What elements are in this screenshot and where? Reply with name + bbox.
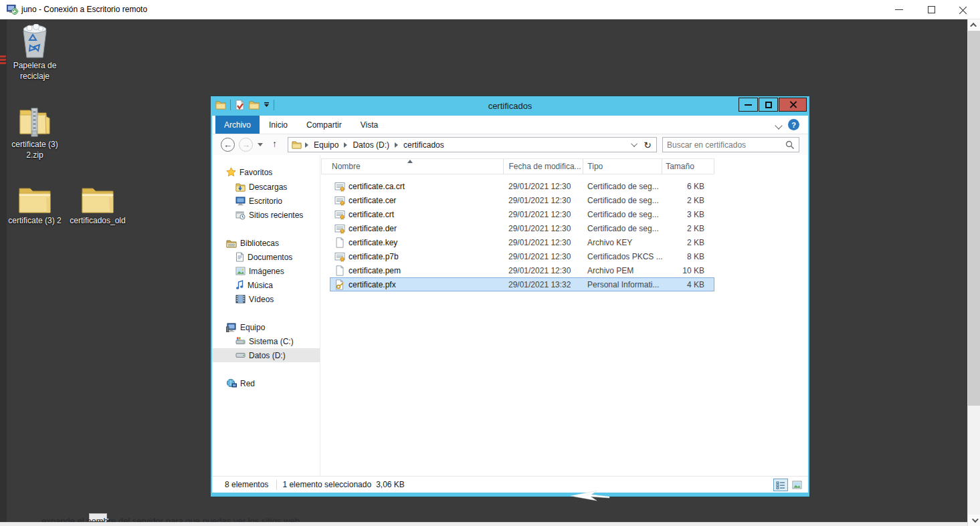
history-dropdown-icon[interactable] [258,143,263,146]
tab-vista[interactable]: Vista [351,116,387,134]
status-selection-size: 3,06 KB [376,480,405,489]
search-input[interactable] [663,138,781,152]
breadcrumb-datos-d[interactable]: Datos (D:) [349,140,393,150]
sidebar-item-sistema-c[interactable]: Sistema (C:) [212,334,320,348]
file-row-selected[interactable]: certificate.pfx 29/01/2021 13:32 Persona… [330,277,714,291]
vertical-scrollbar-thumb[interactable] [968,31,980,406]
background-window-edge [0,19,7,522]
scroll-up-button[interactable] [968,19,980,31]
pfx-certificate-file-icon [334,279,345,290]
rdp-horizontal-scrollbar[interactable] [0,522,967,526]
certificate-file-icon [334,181,345,192]
up-button[interactable]: ↑ [272,138,277,149]
explorer-maximize-button[interactable] [759,98,778,112]
rdp-maximize-button[interactable] [921,2,941,18]
libraries-icon [226,239,237,248]
address-bar[interactable]: Equipo Datos (D:) certificados ↻ [288,137,657,152]
system-drive-icon [235,337,246,346]
file-date: 29/01/2021 13:32 [504,280,584,289]
quick-access-toolbar [215,100,274,110]
file-list: certificate.ca.crt 29/01/2021 12:30 Cert… [330,179,714,291]
rdp-minimize-button[interactable] [889,2,909,18]
sidebar-item-descargas[interactable]: Descargas [212,180,320,194]
column-header-tamano[interactable]: Tamaño [662,159,714,174]
column-header-tipo[interactable]: Tipo [583,159,662,174]
certificate-file-icon [334,251,345,262]
sidebar-item-videos[interactable]: Vídeos [212,292,320,306]
file-size: 8 KB [663,252,710,261]
file-size: 10 KB [663,266,710,275]
tab-compartir[interactable]: Compartir [297,116,351,134]
address-dropdown-icon[interactable] [631,140,638,147]
status-selection: 1 elemento seleccionado [282,480,371,489]
sidebar-item-imagenes[interactable]: Imágenes [212,264,320,278]
new-folder-icon[interactable] [249,100,260,110]
file-row[interactable]: certificate.pem 29/01/2021 12:30 Archivo… [330,263,714,277]
chevron-up-icon [970,23,977,29]
music-note-icon [235,280,244,290]
file-name: certificate.p7b [349,252,399,261]
desktop-icon-recycle-bin[interactable]: Papelera de reciclaje [3,24,67,82]
scroll-down-button[interactable] [968,515,980,526]
desktop-icon-folder-certificate[interactable]: certificate (3) 2 [1,186,68,227]
forward-button[interactable]: → [239,138,253,152]
explorer-window-title: certificados [211,96,809,116]
explorer-close-button[interactable] [779,98,807,112]
file-type: Personal Informati... [584,280,663,289]
file-date: 29/01/2021 12:30 [504,238,584,247]
thumbnails-view-icon [792,481,802,489]
sidebar-item-musica[interactable]: Música [212,278,320,292]
file-date: 29/01/2021 12:30 [504,210,584,219]
breadcrumb-equipo[interactable]: Equipo [310,140,342,150]
help-button[interactable]: ? [788,119,799,130]
pictures-icon [235,267,246,275]
details-view-button[interactable] [773,479,788,491]
file-row[interactable]: certificate.der 29/01/2021 12:30 Certifi… [330,221,714,235]
toolbar-separator [230,100,231,110]
toolbar-separator [274,100,274,110]
sidebar-item-red[interactable]: Red [212,376,320,390]
rdp-close-button[interactable] [953,2,973,18]
breadcrumb-separator-icon [395,142,398,148]
sidebar-item-bibliotecas[interactable]: Bibliotecas [212,236,320,250]
ribbon-collapse-icon[interactable] [775,122,782,129]
refresh-icon[interactable]: ↻ [644,140,652,150]
sidebar-item-favoritos[interactable]: Favoritos [212,165,320,179]
tab-inicio[interactable]: Inicio [260,116,297,134]
explorer-titlebar: certificados [211,96,809,116]
recent-places-icon [235,211,246,220]
sidebar-item-documentos[interactable]: Documentos [212,250,320,264]
explorer-window: certificados [211,96,809,497]
search-box[interactable] [662,137,799,152]
sidebar-item-escritorio[interactable]: Escritorio [212,194,320,208]
properties-check-icon[interactable] [235,100,245,110]
column-header-fecha[interactable]: Fecha de modifica... [504,159,584,174]
sidebar-item-datos-d[interactable]: Datos (D:) [212,348,320,362]
sidebar-item-sitios-recientes[interactable]: Sitios recientes [212,208,320,222]
desktop-icon-zip[interactable]: certificate (3) 2.zip [3,107,67,160]
rdp-vertical-scrollbar[interactable] [967,19,980,526]
file-row[interactable]: certificate.p7b 29/01/2021 12:30 Certifi… [330,249,714,263]
desktop-icon-folder-certificados-old[interactable]: certificados_old [64,186,131,227]
search-icon[interactable] [785,140,795,152]
file-row[interactable]: certificate.ca.crt 29/01/2021 12:30 Cert… [330,179,714,193]
file-row[interactable]: certificate.crt 29/01/2021 12:30 Certifi… [330,207,714,221]
tab-archivo[interactable]: Archivo [215,116,260,134]
file-row[interactable]: certificate.cer 29/01/2021 12:30 Certifi… [330,193,714,207]
explorer-minimize-button[interactable] [739,98,758,112]
explorer-folder-icon[interactable] [215,100,226,110]
ribbon-tabs: Archivo Inicio Compartir Vista ? [212,116,808,134]
file-row[interactable]: certificate.key 29/01/2021 12:30 Archivo… [330,235,714,249]
qat-dropdown-icon[interactable] [264,102,270,108]
sort-ascending-icon[interactable] [407,160,413,163]
address-folder-icon [292,140,302,149]
desktop-icon-label: certificate (3) 2 [1,216,68,227]
file-name: certificate.pem [349,266,401,275]
thumbnails-view-button[interactable] [789,479,804,491]
downloads-folder-icon [235,182,246,192]
sidebar-item-equipo[interactable]: Equipo [212,320,320,334]
explorer-content: Favoritos Descargas Escritorio Sitios re… [212,155,808,476]
plain-file-icon [334,237,345,248]
back-button[interactable]: ← [221,138,235,152]
breadcrumb-certificados[interactable]: certificados [400,140,448,150]
